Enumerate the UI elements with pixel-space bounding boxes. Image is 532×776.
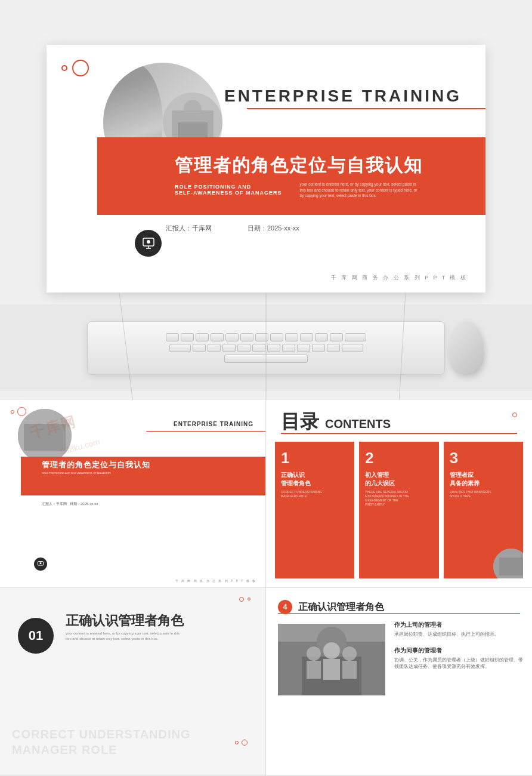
svg-rect-26 [342,661,357,679]
orange-banner: 管理者的角色定位与自我认知 ROLE POSITIONING ANDSELF-A… [97,137,485,215]
key [282,344,295,352]
mini-reporter-info: 汇报人：千库网 日期：2025-xx-xx [42,501,98,507]
deco-circle-2 [72,60,89,76]
key [255,333,268,341]
toc-cn-1: 正确认识管理者角色 [281,471,348,488]
toc-divider-line [281,433,517,434]
panel-section01: 01 正确认识管理者角色 your content is entered her… [0,588,266,776]
key-space [224,355,308,363]
s01-c2 [248,598,250,601]
toc-title-row: 目录 CONTENTS [281,409,391,435]
s01-c3 [235,741,239,744]
toc-en-1: CORRECT UNDERSTANDINGMANAGERS ROLE [281,490,348,498]
footer-brand-text: 千 库 网 商 务 办 公 系 列 P P T 模 板 [331,274,468,282]
panel-manager-role: 4 正确认识管理者角色 作为上司的管理者 [266,588,532,776]
role-item-2: 作为同事的管理者 协调、公关，作为属员的管理者（上级）做好组织的管理、带领团队达… [394,646,523,670]
toc-title-cn: 目录 [281,409,319,435]
section-01-subtitle: your content is entered here, or by copy… [66,631,185,642]
key [285,333,298,341]
mini-icon-circle [34,558,47,571]
toc-items-row: 1 正确认识管理者角色 CORRECT UNDERSTANDINGMANAGER… [275,442,523,578]
bottom-panels-grid: ENTERPRISE TRAINING 管理者的角色定位与自我认知 ROLE P… [0,400,532,776]
section-01-watermark: CORRECT UNDERSTANDINGMANAGER ROLE [12,726,191,757]
svg-point-23 [323,642,340,659]
key [222,344,236,352]
key-tab [169,344,191,352]
panel4-divider [278,613,520,614]
key [297,344,310,352]
mini-slide-content: ENTERPRISE TRAINING 管理者的角色定位与自我认知 ROLE P… [0,400,265,587]
key [240,333,253,341]
section-01-title: 正确认识管理者角色 [66,612,184,630]
toc-item-2: 2 初入管理的几大误区 THERE ARE SEVERAL MAJORMISUN… [359,442,438,578]
key [208,344,221,352]
mini-chinese-title: 管理者的角色定位与自我认知 [42,460,150,470]
toc-num-3: 3 [450,449,517,467]
role-1-title: 作为上司的管理者 [394,621,523,629]
role-item-1: 作为上司的管理者 承担岗位职责、达成组织目标、执行上司的指示。 [394,621,523,638]
mini-footer-brand: 千 库 网 商 务 办 公 系 列 P P T 模 板 [175,579,256,583]
keyboard-area [0,304,532,391]
side-text: your content is entered here, or by copy… [300,181,419,199]
key-row-3 [95,355,437,363]
mini-et-label: ENTERPRISE TRAINING [174,421,253,427]
panel4-header-row: 4 正确认识管理者角色 [278,597,520,618]
key [267,344,280,352]
mini-red-line [146,431,265,432]
s01-c4 [242,740,248,746]
presenter-icon-circle [135,230,162,257]
svg-rect-12 [24,424,66,451]
panel-toc: 目录 CONTENTS 1 正确认识管理者角色 CORRECT UNDERSTA… [266,400,532,588]
key-backspace [345,333,366,341]
key [312,344,325,352]
date-label: 日期：2025-xx-xx [248,224,299,233]
key [196,333,209,341]
key-enter [342,344,363,352]
red-separator-line [247,108,485,109]
toc-num-2: 2 [365,449,432,467]
role-1-text: 承担岗位职责、达成组织目标、执行上司的指示。 [394,631,523,638]
key [193,344,206,352]
key [181,333,194,341]
s01-deco-top [239,597,250,602]
toc-en-3: QUALITIES THAT MANAGERSSHOULD HAVE [450,490,517,498]
key [300,333,313,341]
subtitle-en-left: ROLE POSITIONING ANDSELF-AWARENESS OF MA… [175,184,282,199]
panel4-title-text: 正确认识管理者角色 [298,601,384,614]
deco-circles-top [61,60,89,76]
enterprise-training-label: ENTERPRISE TRAINING [224,87,462,106]
toc-item-1: 1 正确认识管理者角色 CORRECT UNDERSTANDINGMANAGER… [275,442,354,578]
key [166,333,179,341]
toc-item-3: 3 管理者应具备的素养 QUALITIES THAT MANAGERSSHOUL… [444,442,523,578]
svg-rect-16 [499,558,523,575]
toc-deco-c1 [512,412,517,417]
key-row-1 [95,333,437,341]
role-2-text: 协调、公关，作为属员的管理者（上级）做好组织的管理、带领团队达成任务、使各项资源… [394,657,523,670]
reporter-info-row: 汇报人：千库网 日期：2025-xx-xx [166,224,485,233]
toc-en-2: THERE ARE SEVERAL MAJORMISUNDERSTANDINGS… [365,490,432,507]
mini-circle-image [18,409,72,463]
s01-deco-bottom [235,740,248,746]
key [252,344,265,352]
mouse-visual [449,321,484,375]
toc-cn-3: 管理者应具备的素养 [450,471,517,488]
section-01-number: 01 [29,628,43,643]
role-2-title: 作为同事的管理者 [394,646,523,655]
panel4-text-content: 作为上司的管理者 承担岗位职责、达成组织目标、执行上司的指示。 作为同事的管理者… [394,621,523,679]
toc-deco-circles [512,409,517,420]
s01-c1 [239,597,244,602]
panel4-badge: 4 [278,600,292,614]
svg-point-14 [40,562,42,564]
panel-mini-slide: ENTERPRISE TRAINING 管理者的角色定位与自我认知 ROLE P… [0,400,266,588]
key [327,344,340,352]
svg-point-21 [307,646,321,661]
svg-rect-24 [323,659,340,680]
key [237,344,250,352]
key [330,333,343,341]
svg-rect-22 [307,661,321,679]
mini-subtitle-en: ROLE POSITIONING AND SELF-AWARENESS OF M… [42,472,111,475]
key [270,333,283,341]
mini-circle-sm [11,410,14,414]
svg-point-2 [184,100,202,118]
reporter-label: 汇报人：千库网 [166,224,212,233]
